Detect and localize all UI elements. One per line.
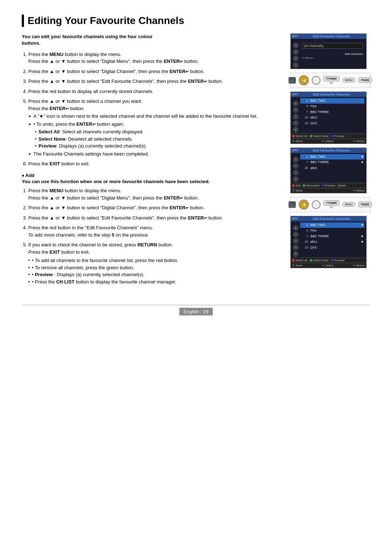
s2-step-4: Press the red button in the "Edit Favour…	[28, 224, 282, 238]
remote-psize-btn-2[interactable]: PSIZE	[358, 202, 372, 207]
dtv-footer-4: Select All Select None Preview	[291, 258, 366, 263]
dtv-icon-2-5: ▼	[293, 127, 298, 132]
dtv-body-3: ⊙ ⊙ ⊙ ⊙ 2 BBC TWO ★ 7 BBC THREE	[291, 153, 366, 183]
return-label-1: ↵ Return	[300, 56, 364, 61]
dtv-footer-bottom-3: ⇕ Move ↩ Return	[291, 188, 366, 193]
dtv-icon-col-4: ▲ ⊙ ⊙ ⊙ ▼	[293, 222, 299, 257]
dtv-title-2: Edit Favourite Channels	[298, 93, 365, 96]
remote-group-circle	[312, 76, 320, 85]
dtv-icons-area-2: ▲ ⊙ ⊙ ⊙ ▼ 2 BBC TWO 5 Five	[293, 98, 364, 132]
footer-selectall-2: Select All	[292, 134, 307, 138]
footer-select-4: ↵ Select	[322, 264, 333, 267]
ch-star-4-1: ★	[361, 223, 364, 228]
remote-tv-icon: 📺	[289, 77, 296, 84]
remote-menu-btn-2[interactable]: MENU	[342, 202, 356, 207]
ch-num-4-5: 16	[301, 245, 308, 250]
dtv-screen-2: DTV Edit Favourite Channels ▲ ⊙ ⊙ ⊙ ▼ 2	[290, 92, 367, 144]
ch-name-2-2: Five	[310, 104, 364, 109]
dtv-icons-area-3: ⊙ ⊙ ⊙ ⊙ 2 BBC TWO ★ 7 BBC THREE	[293, 154, 364, 182]
ch-name-4-1: BBC TWO	[310, 223, 361, 228]
dtv-screen-3: DTV Edit Favourite Channels ⊙ ⊙ ⊙ ⊙ 2 BB…	[290, 148, 367, 193]
remote-group-arrow2: ◄	[299, 200, 309, 210]
remote-group-menu: MENU	[342, 78, 356, 82]
remote-group-tv: 📺	[289, 77, 296, 84]
ch-name-4-3: BBC THREE	[310, 234, 361, 239]
dtv-row-3-2: 7 BBC THREE ★	[300, 160, 364, 165]
footer-renumber-3: Renumber	[303, 184, 319, 187]
page-title: Editing Your Favourite Channels	[22, 15, 370, 27]
add-section-header: ♦ Add You can use this function when one…	[22, 173, 282, 185]
dtv-icon-col-2: ▲ ⊙ ⊙ ⊙ ▼	[293, 98, 299, 132]
footer-return-3: ↩ Return	[353, 189, 365, 192]
dtv-icon-4-4: ⊙	[293, 245, 298, 250]
remote-ttxmix-btn-2[interactable]: TTXMIX	[323, 200, 339, 206]
remote-menu-btn[interactable]: MENU	[342, 78, 356, 82]
step-5: Press the ▲ or ▼ button to select a chan…	[28, 98, 282, 157]
ch-name-2-4: abc1	[310, 115, 364, 120]
dtv-label-2: DTV	[292, 93, 298, 96]
dtv-title-4: Edit Favourite Channels	[298, 217, 365, 221]
remote-ttxmix-btn[interactable]: TTXMIX	[323, 76, 339, 81]
remote-group-ttxmix2: TTXMIX DK	[323, 200, 339, 209]
remote-group-menu2: MENU	[342, 202, 356, 207]
remote-ttxmix-label: DK	[330, 82, 333, 84]
remote-psize-btn[interactable]: PSIZE	[358, 77, 372, 83]
ch-star-3-2: ★	[361, 160, 364, 165]
dtv-icon-1: ⊙	[293, 43, 298, 48]
add-title: ♦ Add	[22, 173, 34, 178]
dtv-screen-4: DTV Edit Favourite Channels ▲ ⊙ ⊙ ⊙ ▼ 2	[290, 216, 367, 268]
dtv-row-2-2: 5 Five	[300, 104, 364, 109]
right-column: DTV Edit Favourite Channels ⊙ ⊙ ⊙ ⊙ (no …	[290, 33, 370, 291]
dtv-icon-4-5: ▼	[293, 251, 298, 257]
footer-select-2: ↵ Select	[322, 140, 333, 143]
remote-arrow-icon-2: ◄	[299, 200, 309, 210]
dtv-footer-3: Add Renumber Preview Delete	[291, 183, 366, 188]
s2-step-1: Press the MENU button to display the men…	[28, 187, 282, 201]
footer-preview-3: Preview	[322, 184, 335, 187]
dtv-title-1: Edit Favourite Channels	[298, 35, 365, 38]
dtv-header-2: DTV Edit Favourite Channels	[291, 92, 366, 97]
ch-num-4-2: 5	[301, 228, 308, 233]
dtv-content-4: 2 BBC TWO ★ 5 Five 7 BBC THREE ★	[300, 222, 364, 251]
left-column: You can edit your favourite channels usi…	[22, 33, 282, 291]
dtv-icon-3: ⊙	[293, 56, 298, 61]
remote-ttxmix-label-2: DK	[330, 206, 333, 209]
dtv-icon-2-3: ⊙	[293, 114, 298, 119]
page-number: English - 29	[179, 308, 213, 315]
remote-group-tv2: 📺	[289, 201, 296, 208]
dtv-row-2-4: 15 abc1	[300, 115, 364, 121]
footer-move-3: ⇕ Move	[292, 189, 303, 192]
dtv-row-4-1: 2 BBC TWO ★	[300, 222, 364, 228]
dtv-content-1: (no channels) Add Channels ↵ Return	[300, 40, 364, 61]
footer-add-3: Add	[292, 184, 301, 187]
add-channels-label: Add Channels	[300, 52, 364, 56]
s2-step-3: Press the ▲ or ▼ button to select "Edit …	[28, 214, 282, 222]
dtv-screen-1: DTV Edit Favourite Channels ⊙ ⊙ ⊙ ⊙ (no …	[290, 33, 367, 69]
add-desc: You can use this function when one or mo…	[22, 179, 210, 184]
ch-name-3-1: BBC TWO	[310, 154, 361, 160]
dtv-label-1: DTV	[292, 35, 298, 38]
remote-group-circle2	[312, 200, 320, 209]
dtv-row-2-5: 16 QVC	[300, 121, 364, 126]
dtv-content-3: 2 BBC TWO ★ 7 BBC THREE ★ 15 abc1	[300, 154, 364, 171]
footer-selectnone-4: Select None	[310, 259, 329, 262]
dtv-icon-4-3: ⊙	[293, 238, 298, 243]
steps-list-1: Press the MENU button to display the men…	[22, 51, 282, 168]
dtv-footer-bottom-4: ⇕ Move ↵ Select ↩ Return	[291, 263, 366, 268]
ch-num-3-3: 15	[301, 166, 308, 171]
dtv-label-3: DTV	[292, 149, 298, 152]
footer-move-4: ⇕ Move	[292, 264, 303, 267]
ch-name-3-3: abc1	[310, 166, 364, 171]
footer-return-2: ↩ Return	[353, 140, 365, 143]
step-2: Press the ▲ or ▼ button to select "Digit…	[28, 68, 282, 75]
remote-empty-circle	[312, 76, 320, 85]
step-1: Press the MENU button to display the men…	[28, 51, 282, 65]
footer-selectnone-2: Select None	[310, 134, 329, 138]
steps-list-2: Press the MENU button to display the men…	[22, 187, 282, 285]
remote-row-1: 📺 ◄ TTXMIX DK MENU PSIZE	[290, 73, 370, 88]
dtv-label-4: DTV	[292, 217, 298, 220]
ch-num-4-3: 7	[301, 234, 308, 239]
dtv-content-2: 2 BBC TWO 5 Five 7 BBC THREE 15	[300, 98, 364, 126]
dtv-icon-4-1: ▲	[293, 225, 298, 230]
dtv-icon-3-2: ⊙	[293, 164, 298, 169]
